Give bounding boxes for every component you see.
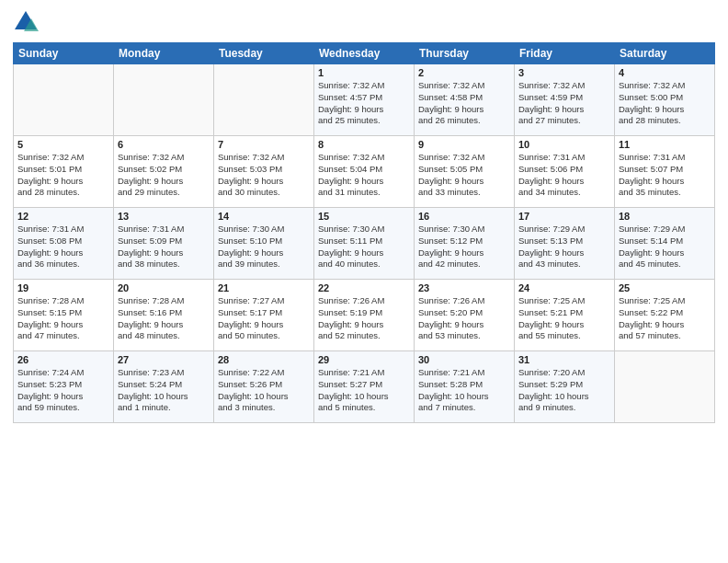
cell-info: Sunset: 5:24 PM xyxy=(118,379,210,391)
day-number: 15 xyxy=(318,211,410,222)
cell-info: Daylight: 10 hours xyxy=(218,391,310,403)
cell-info: Sunset: 4:59 PM xyxy=(518,92,610,104)
cell-info: Daylight: 9 hours xyxy=(218,319,310,331)
calendar-week-3: 12Sunrise: 7:31 AMSunset: 5:08 PMDayligh… xyxy=(14,208,715,280)
cell-info: Daylight: 9 hours xyxy=(17,391,109,403)
day-number: 3 xyxy=(518,67,610,78)
cell-info: Sunrise: 7:29 AM xyxy=(518,224,610,236)
calendar-cell: 7Sunrise: 7:32 AMSunset: 5:03 PMDaylight… xyxy=(214,136,314,208)
cell-info: and 36 minutes. xyxy=(17,259,109,270)
cell-info: Sunrise: 7:32 AM xyxy=(218,152,310,164)
calendar-week-4: 19Sunrise: 7:28 AMSunset: 5:15 PMDayligh… xyxy=(14,280,715,351)
day-number: 16 xyxy=(418,211,510,222)
cell-info: Daylight: 9 hours xyxy=(218,176,310,188)
calendar-cell: 11Sunrise: 7:31 AMSunset: 5:07 PMDayligh… xyxy=(615,136,715,208)
day-number: 25 xyxy=(619,282,711,293)
cell-info: Sunset: 5:27 PM xyxy=(318,379,410,391)
cell-info: Sunset: 5:16 PM xyxy=(118,307,210,319)
calendar-cell: 23Sunrise: 7:26 AMSunset: 5:20 PMDayligh… xyxy=(415,280,515,351)
day-number: 10 xyxy=(518,139,610,150)
cell-info: and 40 minutes. xyxy=(318,259,410,270)
cell-info: Daylight: 9 hours xyxy=(619,247,711,259)
cell-info: Sunrise: 7:31 AM xyxy=(518,152,610,164)
day-number: 21 xyxy=(218,282,310,293)
cell-info: Sunset: 5:14 PM xyxy=(619,236,711,247)
cell-info: Daylight: 9 hours xyxy=(118,247,210,259)
cell-info: Sunset: 5:23 PM xyxy=(17,379,109,391)
cell-info: Daylight: 10 hours xyxy=(518,391,610,403)
cell-info: Sunset: 5:13 PM xyxy=(518,236,610,247)
day-number: 18 xyxy=(619,211,711,222)
cell-info: and 31 minutes. xyxy=(318,187,410,199)
calendar-cell: 12Sunrise: 7:31 AMSunset: 5:08 PMDayligh… xyxy=(14,208,114,280)
cell-info: Sunrise: 7:27 AM xyxy=(218,295,310,307)
cell-info: and 35 minutes. xyxy=(619,187,711,199)
cell-info: Sunset: 5:21 PM xyxy=(518,307,610,319)
cell-info: Daylight: 9 hours xyxy=(418,247,510,259)
cell-info: Daylight: 9 hours xyxy=(518,104,610,116)
header xyxy=(13,9,715,35)
calendar-cell: 6Sunrise: 7:32 AMSunset: 5:02 PMDaylight… xyxy=(114,136,214,208)
calendar-cell xyxy=(14,64,114,136)
cell-info: and 42 minutes. xyxy=(418,259,510,270)
day-number: 27 xyxy=(118,354,210,365)
cell-info: Sunrise: 7:26 AM xyxy=(418,295,510,307)
calendar-cell: 27Sunrise: 7:23 AMSunset: 5:24 PMDayligh… xyxy=(114,351,214,423)
cell-info: Sunrise: 7:32 AM xyxy=(418,152,510,164)
cell-info: Sunset: 5:06 PM xyxy=(518,164,610,176)
calendar-cell: 4Sunrise: 7:32 AMSunset: 5:00 PMDaylight… xyxy=(615,64,715,136)
cell-info: Daylight: 9 hours xyxy=(218,247,310,259)
cell-info: Daylight: 9 hours xyxy=(118,176,210,188)
weekday-header-wednesday: Wednesday xyxy=(314,43,415,64)
cell-info: and 48 minutes. xyxy=(118,330,210,342)
cell-info: Sunset: 5:17 PM xyxy=(218,307,310,319)
weekday-header-tuesday: Tuesday xyxy=(214,43,314,64)
cell-info: Daylight: 9 hours xyxy=(418,104,510,116)
cell-info: Sunset: 5:28 PM xyxy=(418,379,510,391)
cell-info: Daylight: 9 hours xyxy=(17,247,109,259)
cell-info: Sunrise: 7:28 AM xyxy=(118,295,210,307)
cell-info: Sunrise: 7:32 AM xyxy=(118,152,210,164)
cell-info: Daylight: 9 hours xyxy=(418,319,510,331)
cell-info: Daylight: 10 hours xyxy=(118,391,210,403)
cell-info: and 33 minutes. xyxy=(418,187,510,199)
calendar-cell: 14Sunrise: 7:30 AMSunset: 5:10 PMDayligh… xyxy=(214,208,314,280)
cell-info: Daylight: 9 hours xyxy=(619,176,711,188)
calendar-cell xyxy=(114,64,214,136)
cell-info: Daylight: 10 hours xyxy=(418,391,510,403)
calendar-cell: 5Sunrise: 7:32 AMSunset: 5:01 PMDaylight… xyxy=(14,136,114,208)
day-number: 13 xyxy=(118,211,210,222)
cell-info: and 38 minutes. xyxy=(118,259,210,270)
cell-info: Sunrise: 7:31 AM xyxy=(17,224,109,236)
cell-info: Sunrise: 7:25 AM xyxy=(619,295,711,307)
day-number: 22 xyxy=(318,282,410,293)
cell-info: Sunset: 5:26 PM xyxy=(218,379,310,391)
cell-info: Sunrise: 7:21 AM xyxy=(418,367,510,379)
calendar-cell: 10Sunrise: 7:31 AMSunset: 5:06 PMDayligh… xyxy=(515,136,615,208)
cell-info: Daylight: 9 hours xyxy=(17,319,109,331)
cell-info: Sunrise: 7:32 AM xyxy=(318,152,410,164)
cell-info: and 3 minutes. xyxy=(218,402,310,414)
day-number: 24 xyxy=(518,282,610,293)
cell-info: Sunset: 5:07 PM xyxy=(619,164,711,176)
day-number: 4 xyxy=(619,67,711,78)
cell-info: and 29 minutes. xyxy=(118,187,210,199)
calendar-cell: 28Sunrise: 7:22 AMSunset: 5:26 PMDayligh… xyxy=(214,351,314,423)
calendar-cell: 30Sunrise: 7:21 AMSunset: 5:28 PMDayligh… xyxy=(415,351,515,423)
cell-info: Sunset: 5:10 PM xyxy=(218,236,310,247)
cell-info: Sunset: 5:04 PM xyxy=(318,164,410,176)
calendar-cell: 31Sunrise: 7:20 AMSunset: 5:29 PMDayligh… xyxy=(515,351,615,423)
cell-info: and 57 minutes. xyxy=(619,330,711,342)
day-number: 17 xyxy=(518,211,610,222)
cell-info: and 50 minutes. xyxy=(218,330,310,342)
cell-info: Daylight: 9 hours xyxy=(318,104,410,116)
calendar-cell: 1Sunrise: 7:32 AMSunset: 4:57 PMDaylight… xyxy=(314,64,415,136)
page-container: SundayMondayTuesdayWednesdayThursdayFrid… xyxy=(0,0,728,563)
cell-info: and 30 minutes. xyxy=(218,187,310,199)
cell-info: Daylight: 9 hours xyxy=(619,319,711,331)
calendar-cell: 18Sunrise: 7:29 AMSunset: 5:14 PMDayligh… xyxy=(615,208,715,280)
day-number: 12 xyxy=(17,211,109,222)
cell-info: Daylight: 10 hours xyxy=(318,391,410,403)
logo-icon xyxy=(13,9,39,35)
day-number: 20 xyxy=(118,282,210,293)
